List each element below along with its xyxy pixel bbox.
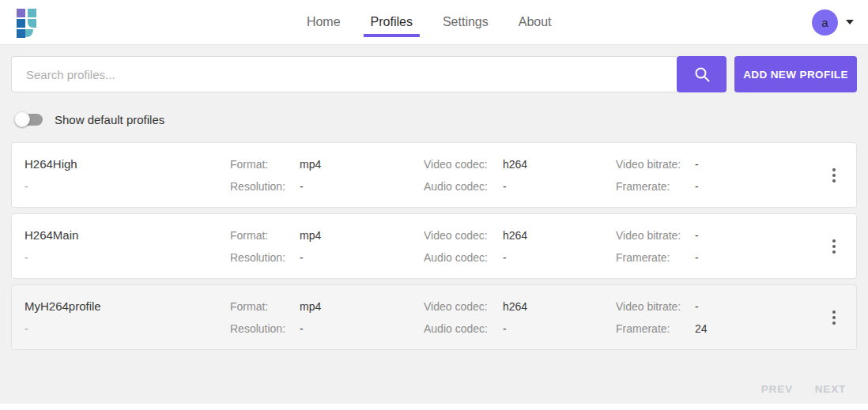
profile-card[interactable]: H264High - Format: mp4 Resolution: - Vid…: [11, 142, 857, 208]
framerate-value: 24: [695, 322, 708, 335]
profile-title-block: H264Main -: [25, 228, 230, 265]
framerate-value: -: [695, 180, 699, 193]
main-content: ADD NEW PROFILE Show default profiles H2…: [0, 45, 868, 395]
format-label: Format:: [230, 229, 300, 242]
main-nav: Home Profiles Settings About: [305, 0, 553, 44]
format-value: mp4: [300, 158, 321, 171]
framerate-value: -: [695, 251, 699, 264]
format-value: mp4: [300, 300, 321, 313]
profile-list: H264High - Format: mp4 Resolution: - Vid…: [11, 142, 857, 350]
audio-codec-label: Audio codec:: [424, 180, 503, 193]
profile-bitrate-column: Video bitrate: - Framerate: -: [616, 156, 812, 194]
resolution-label: Resolution:: [230, 322, 300, 335]
nav-item-about[interactable]: About: [517, 0, 553, 44]
profile-codec-column: Video codec: h264 Audio codec: -: [424, 299, 616, 337]
profile-format-column: Format: mp4 Resolution: -: [230, 228, 424, 265]
resolution-label: Resolution:: [230, 180, 300, 193]
add-new-profile-button[interactable]: ADD NEW PROFILE: [734, 56, 857, 92]
toggle-knob: [14, 111, 30, 127]
format-label: Format:: [230, 300, 300, 313]
format-value: mp4: [300, 229, 321, 242]
profile-subtitle: -: [25, 180, 230, 193]
chevron-down-icon[interactable]: [846, 20, 854, 24]
framerate-label: Framerate:: [616, 180, 695, 193]
profile-actions-menu-icon[interactable]: [826, 162, 842, 189]
profile-name: H264High: [25, 157, 230, 171]
profile-actions-menu-icon[interactable]: [826, 233, 842, 260]
resolution-value: -: [300, 322, 304, 335]
video-bitrate-label: Video bitrate:: [616, 229, 695, 242]
video-codec-value: h264: [503, 300, 527, 313]
profile-subtitle: -: [25, 251, 230, 264]
profile-name: H264Main: [25, 228, 230, 242]
video-codec-label: Video codec:: [424, 300, 503, 313]
profile-name: MyH264profile: [25, 299, 230, 313]
search-button[interactable]: [677, 56, 726, 92]
search-row: ADD NEW PROFILE: [11, 56, 857, 92]
video-codec-value: h264: [503, 158, 527, 171]
video-codec-value: h264: [503, 229, 527, 242]
audio-codec-value: -: [503, 180, 507, 193]
video-bitrate-value: -: [695, 229, 699, 242]
audio-codec-label: Audio codec:: [424, 251, 503, 264]
search-input[interactable]: [11, 56, 677, 92]
nav-item-home[interactable]: Home: [305, 0, 342, 44]
show-default-profiles-toggle-row: Show default profiles: [11, 111, 857, 127]
audio-codec-label: Audio codec:: [424, 322, 503, 335]
profile-format-column: Format: mp4 Resolution: -: [230, 156, 424, 194]
footer-strip: [0, 404, 868, 410]
user-area: a: [812, 9, 854, 36]
framerate-label: Framerate:: [616, 322, 695, 335]
pagination: PREV NEXT: [11, 383, 857, 395]
profile-codec-column: Video codec: h264 Audio codec: -: [424, 156, 616, 194]
app-logo-icon[interactable]: [14, 6, 46, 38]
next-page-button[interactable]: NEXT: [815, 383, 846, 395]
avatar[interactable]: a: [812, 9, 838, 36]
show-default-profiles-toggle[interactable]: [14, 111, 43, 127]
profile-title-block: H264High -: [25, 156, 230, 194]
profile-bitrate-column: Video bitrate: - Framerate: 24: [616, 299, 812, 337]
profile-subtitle: -: [25, 322, 230, 335]
prev-page-button[interactable]: PREV: [761, 383, 793, 395]
video-bitrate-value: -: [695, 158, 699, 171]
nav-item-profiles[interactable]: Profiles: [369, 0, 414, 44]
profile-format-column: Format: mp4 Resolution: -: [230, 299, 424, 337]
profile-codec-column: Video codec: h264 Audio codec: -: [424, 228, 616, 265]
audio-codec-value: -: [503, 322, 507, 335]
toggle-label: Show default profiles: [55, 113, 164, 126]
resolution-value: -: [300, 180, 304, 193]
resolution-value: -: [300, 251, 304, 264]
resolution-label: Resolution:: [230, 251, 300, 264]
video-codec-label: Video codec:: [424, 229, 503, 242]
profile-bitrate-column: Video bitrate: - Framerate: -: [616, 228, 812, 265]
video-bitrate-label: Video bitrate:: [616, 158, 695, 171]
profile-card[interactable]: MyH264profile - Format: mp4 Resolution: …: [11, 284, 857, 350]
profile-title-block: MyH264profile -: [25, 299, 230, 337]
video-bitrate-label: Video bitrate:: [616, 300, 695, 313]
search-icon: [693, 65, 711, 84]
framerate-label: Framerate:: [616, 251, 695, 264]
header: Home Profiles Settings About a: [0, 0, 868, 45]
video-bitrate-value: -: [695, 300, 699, 313]
format-label: Format:: [230, 158, 300, 171]
video-codec-label: Video codec:: [424, 158, 503, 171]
nav-item-settings[interactable]: Settings: [441, 0, 490, 44]
audio-codec-value: -: [503, 251, 507, 264]
profile-card[interactable]: H264Main - Format: mp4 Resolution: - Vid…: [11, 213, 857, 279]
profile-actions-menu-icon[interactable]: [826, 304, 842, 331]
